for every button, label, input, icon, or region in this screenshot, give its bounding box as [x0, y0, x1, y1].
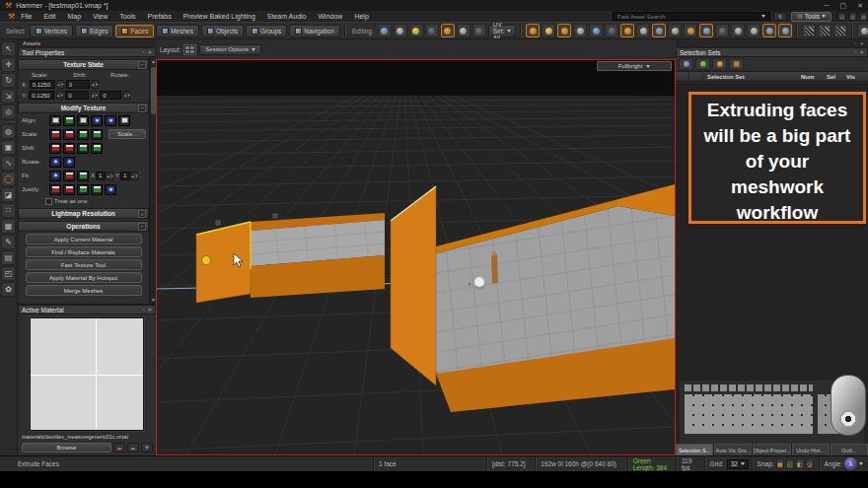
- tool-flip-icon[interactable]: [636, 24, 650, 37]
- mode-vertices-button[interactable]: Vertices: [30, 25, 73, 37]
- tab-object-properties[interactable]: Object Proper...: [753, 444, 790, 455]
- close-icon[interactable]: ✕: [857, 2, 863, 10]
- justify-bottom-icon[interactable]: [91, 184, 103, 195]
- tool-fire-icon[interactable]: [684, 24, 697, 37]
- shift-down-icon[interactable]: [91, 143, 103, 154]
- layout-save-icon[interactable]: ▤: [837, 12, 846, 21]
- mode-groups-button[interactable]: Groups: [246, 25, 287, 37]
- justify-top-icon[interactable]: [77, 184, 89, 195]
- menu-file[interactable]: File: [15, 13, 37, 20]
- snap-rotation-icon[interactable]: ◶: [806, 458, 814, 469]
- justify-center-icon[interactable]: [105, 184, 116, 195]
- shift-left-icon[interactable]: [49, 143, 61, 154]
- editing-normals-icon[interactable]: [472, 24, 486, 37]
- layout-load-icon[interactable]: ▥: [848, 12, 857, 21]
- align-natural-icon[interactable]: [118, 115, 130, 126]
- mode-edges-button[interactable]: Edges: [75, 25, 113, 37]
- tool-water-icon[interactable]: [699, 24, 713, 37]
- fit-y-input[interactable]: [120, 172, 130, 180]
- justify-right-icon[interactable]: [63, 184, 75, 195]
- clip-tool-icon[interactable]: ◪: [1, 187, 16, 202]
- tool-sky-icon[interactable]: [715, 24, 729, 37]
- texture-state-section-header[interactable]: Texture State −: [18, 59, 149, 70]
- rotate-stepper[interactable]: ▲▼: [123, 91, 130, 100]
- menu-prefabs[interactable]: Prefabs: [142, 13, 178, 20]
- tab-undo-history[interactable]: Undo Hist...: [792, 444, 830, 455]
- foliage-tool-icon[interactable]: ✿: [1, 282, 16, 297]
- menu-map[interactable]: Map: [62, 13, 88, 20]
- tool-bevel-icon[interactable]: [542, 24, 555, 37]
- lightmap-resolution-section-header[interactable]: Lightmap Resolution +: [18, 208, 149, 219]
- maximize-icon[interactable]: ▢: [840, 2, 847, 10]
- collapse-icon[interactable]: −: [138, 105, 146, 112]
- texture-uniform-icon[interactable]: [833, 24, 847, 37]
- editing-local-axes-icon[interactable]: [394, 24, 407, 37]
- loop-tool-icon[interactable]: ◯: [1, 172, 16, 186]
- fit-both-icon[interactable]: [49, 171, 61, 181]
- tool-properties-header[interactable]: Tool Properties ▫ ✕: [18, 47, 156, 57]
- pick-material-icon[interactable]: ➦: [127, 443, 139, 453]
- tool-occluder-icon[interactable]: [778, 24, 792, 37]
- justify-left-icon[interactable]: [49, 184, 61, 195]
- layout-reset-icon[interactable]: ▧: [859, 12, 868, 21]
- x-scale-stepper[interactable]: ▲▼: [57, 80, 64, 89]
- menu-help[interactable]: Help: [348, 13, 374, 20]
- session-options-button[interactable]: Session Options: [199, 44, 261, 55]
- uv-set-dropdown[interactable]: UV Set: All: [488, 25, 517, 37]
- collapse-icon[interactable]: −: [138, 61, 146, 69]
- editing-wireframe-icon[interactable]: [457, 24, 470, 37]
- apply-current-material-button[interactable]: Apply Current Material: [26, 234, 142, 244]
- find-replace-materials-button[interactable]: Find / Replace Materials: [26, 246, 142, 257]
- editing-slice-icon[interactable]: [409, 24, 423, 37]
- y-scale-stepper[interactable]: ▲▼: [56, 91, 63, 100]
- lambda-icon[interactable]: λ: [844, 457, 857, 470]
- scale-half-h-icon[interactable]: [49, 129, 61, 140]
- tool-extrude-icon[interactable]: [526, 24, 540, 37]
- align-to-world-icon[interactable]: [63, 115, 75, 126]
- fit-x-input[interactable]: [96, 172, 106, 180]
- paint-tool-icon[interactable]: ✎: [1, 235, 16, 249]
- assets-tab[interactable]: Assets: [18, 39, 156, 47]
- fit-width-icon[interactable]: [63, 171, 75, 181]
- tool-ladder-icon[interactable]: [731, 24, 745, 37]
- tool-stairs-icon[interactable]: [747, 24, 760, 37]
- rotate-tool-icon[interactable]: ↻: [1, 73, 16, 88]
- snap-vertex-icon[interactable]: ◱: [786, 458, 794, 469]
- search-dropdown-icon[interactable]: [761, 15, 765, 18]
- y-shift-input[interactable]: [65, 91, 89, 100]
- menu-tools[interactable]: Tools: [113, 13, 141, 20]
- browse-button[interactable]: Browse: [22, 443, 111, 453]
- entity-tool-icon[interactable]: ◍: [1, 124, 16, 139]
- expand-icon[interactable]: +: [138, 210, 146, 218]
- mode-meshes-button[interactable]: Meshes: [156, 25, 199, 37]
- close-icon[interactable]: ✕: [147, 307, 152, 313]
- active-material-header[interactable]: Active Material ▫ ✕: [18, 305, 156, 314]
- y-shift-stepper[interactable]: ▲▼: [91, 91, 98, 100]
- apply-material-icon[interactable]: ➥: [113, 443, 125, 453]
- tool-physics-icon[interactable]: [668, 24, 682, 37]
- scale-tool-icon[interactable]: ⇲: [1, 89, 16, 104]
- tool-blocklight-icon[interactable]: [762, 24, 776, 37]
- fast-asset-search-input[interactable]: Fast Asset Search: [613, 12, 770, 21]
- physics-tool-icon[interactable]: ◰: [1, 266, 16, 281]
- editing-pivot-icon[interactable]: [378, 24, 392, 37]
- tile-mesh-tool-icon[interactable]: ▤: [1, 250, 16, 265]
- tool-subdivide-icon[interactable]: [652, 24, 666, 37]
- texture-lock-icon[interactable]: [802, 24, 816, 37]
- fast-texture-tool-button[interactable]: Fast Texture Tool: [26, 259, 142, 270]
- mode-navigation-button[interactable]: Navigation: [289, 25, 340, 37]
- tab-auto-vis-groups[interactable]: Auto Vis Gro...: [714, 444, 752, 455]
- fit-x-stepper[interactable]: ▲▼: [107, 172, 113, 180]
- tab-outliner[interactable]: Outli...: [831, 444, 868, 455]
- add-to-set-icon[interactable]: [695, 58, 710, 70]
- apply-material-by-hotspot-button[interactable]: Apply Material By Hotspot: [26, 272, 142, 283]
- tool-mirror-icon[interactable]: [620, 24, 634, 37]
- minimize-icon[interactable]: ─: [825, 2, 830, 10]
- asset-history-icon[interactable]: ↯: [773, 12, 787, 21]
- move-tool-icon[interactable]: ✛: [1, 57, 16, 72]
- cordon-icon[interactable]: [857, 24, 868, 37]
- viewport-3d[interactable]: Fullbright: [156, 59, 676, 455]
- menu-view[interactable]: View: [87, 13, 113, 20]
- menu-window[interactable]: Window: [313, 13, 349, 20]
- menu-steam-audio[interactable]: Steam Audio: [261, 13, 313, 20]
